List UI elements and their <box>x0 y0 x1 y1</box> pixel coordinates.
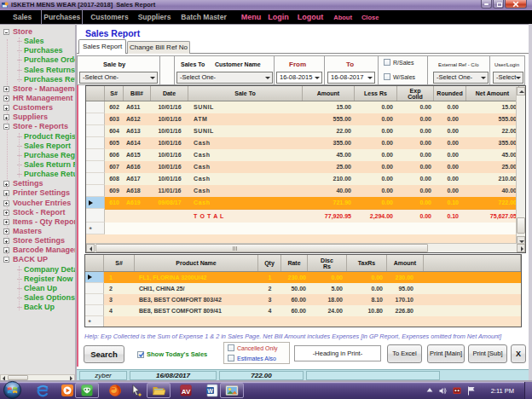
external-ref-select[interactable]: -Select One- <box>433 72 489 84</box>
sales-row[interactable]: 607 A616 10/01/16 Cash 25.00 0.00 0.00 0… <box>86 161 525 173</box>
show-desktop-button[interactable] <box>524 382 532 399</box>
detail-row[interactable]: 3 BE3, BEST COMFORT 803/42 3 60.00 18.00… <box>85 294 521 305</box>
row-header-cell[interactable] <box>86 197 105 209</box>
column-header[interactable]: Product Name <box>135 255 258 271</box>
column-header[interactable]: Net Amount <box>466 86 519 101</box>
customer-select[interactable]: -Select One- <box>176 72 273 84</box>
row-header-cell[interactable] <box>85 316 104 327</box>
tree-item[interactable]: Purchases Retur <box>0 75 75 84</box>
column-header[interactable] <box>85 255 104 271</box>
scroll-up-button[interactable] <box>517 87 525 95</box>
sales-row[interactable]: 602 A611 10/01/16 SUNIL 15.00 0.00 0.00 … <box>86 101 525 113</box>
tree-item[interactable]: Purchases <box>0 46 75 55</box>
row-header-cell[interactable] <box>85 272 104 283</box>
tree-expander-icon[interactable] <box>3 29 9 35</box>
firefox-icon[interactable] <box>108 384 122 397</box>
from-date-select[interactable]: 16-08-2015 <box>276 72 322 84</box>
row-header-cell[interactable] <box>86 125 105 137</box>
row-header-cell[interactable] <box>86 173 105 185</box>
row-header-cell[interactable] <box>86 101 105 113</box>
detail-row[interactable]: 1 FL1, FLORINA 3200U/42 1 230.00 0.00 0.… <box>85 272 521 283</box>
scrollbar-thumb[interactable] <box>517 217 525 234</box>
tree-expander-icon[interactable] <box>3 228 9 234</box>
tree-item[interactable]: Customers <box>0 103 75 113</box>
minimize-button[interactable] <box>481 0 492 9</box>
column-header[interactable] <box>86 86 105 101</box>
tree-item[interactable]: Barcode Managem <box>0 246 75 255</box>
tree-expander-icon[interactable] <box>3 114 9 120</box>
menu-item[interactable]: Sales <box>13 11 32 23</box>
pointer-tool-icon[interactable] <box>130 384 143 397</box>
column-header[interactable]: S# <box>105 86 124 101</box>
row-header-cell[interactable] <box>85 283 104 294</box>
taskbar-clock[interactable]: 2:11 PM <box>491 387 514 395</box>
sales-row[interactable]: 609 A618 11/01/16 Cash 40.00 0.00 0.00 0… <box>86 185 525 197</box>
to-excel-button[interactable]: To Excel <box>387 344 422 363</box>
tree-item[interactable]: Register Now <box>0 275 75 284</box>
antivirus-icon[interactable]: AV <box>179 384 193 397</box>
column-header[interactable]: Rounded <box>434 86 466 101</box>
scroll-right-button[interactable] <box>517 244 525 252</box>
show-today-checkbox[interactable]: Show Today's Sales <box>137 350 207 358</box>
tree-item[interactable]: Company Detai <box>0 265 75 275</box>
tree-expander-icon[interactable] <box>3 247 9 253</box>
r-sales-checkbox[interactable]: R/Sales <box>384 59 414 66</box>
search-button[interactable]: Search <box>84 345 124 363</box>
print-main-button[interactable]: Print [Main] <box>427 344 465 363</box>
heading-in-print-input[interactable] <box>294 345 381 361</box>
tree-item[interactable]: BACK UP <box>0 255 75 264</box>
menu-item[interactable]: Logout <box>298 11 324 23</box>
maximize-button[interactable] <box>493 0 504 9</box>
menu-item[interactable]: Customers <box>90 11 128 23</box>
action-center-flag-icon[interactable] <box>467 386 476 396</box>
tree-item[interactable]: HR Management <box>0 94 75 103</box>
column-header[interactable]: Less Rs <box>355 86 397 101</box>
scroll-left-button[interactable] <box>86 244 95 252</box>
tree-item[interactable]: Masters <box>0 227 75 236</box>
start-orb-icon[interactable] <box>3 380 22 399</box>
tree-expander-icon[interactable] <box>3 190 9 196</box>
column-header[interactable]: Sale To <box>188 86 303 101</box>
tree-item[interactable]: Purchase Registe <box>0 151 75 160</box>
column-header[interactable]: Bill# <box>124 86 151 101</box>
sidebar-horizontal-scrollbar[interactable] <box>0 374 75 380</box>
tree-expander-icon[interactable] <box>3 95 9 101</box>
tree-expander-icon[interactable] <box>3 124 9 130</box>
sales-row[interactable]: 606 A615 10/01/16 Cash 45.00 0.00 0.00 0… <box>86 149 525 161</box>
sales-row[interactable]: 603 A612 10/01/16 ATM 555.00 0.00 0.00 0… <box>86 113 525 125</box>
tree-item[interactable]: Store - Manageme <box>0 84 75 94</box>
tree-expander-icon[interactable] <box>3 105 9 111</box>
security-tray-icon[interactable] <box>453 386 461 395</box>
user-login-select[interactable]: -Select <box>493 72 523 84</box>
tree-item[interactable]: Printer Settings <box>0 188 75 198</box>
messenger-app-icon[interactable] <box>80 384 94 397</box>
row-header-cell[interactable] <box>86 209 105 223</box>
tree-expander-icon[interactable] <box>3 86 9 92</box>
menu-item[interactable]: Login <box>268 11 289 23</box>
tab-sales-report[interactable]: Sales Report <box>78 39 126 54</box>
menu-item[interactable]: Close <box>361 12 379 23</box>
row-header-cell[interactable] <box>86 149 105 161</box>
row-header-cell[interactable] <box>85 305 104 316</box>
column-header[interactable]: Disc Rs <box>308 255 347 271</box>
volume-icon[interactable] <box>439 387 447 395</box>
tree-expander-icon[interactable] <box>3 238 9 244</box>
tree-item[interactable]: Sales Report <box>0 142 75 151</box>
sales-grid-hscrollbar[interactable] <box>86 243 525 252</box>
estimates-also-checkbox[interactable]: Estimates Also <box>228 355 276 361</box>
to-date-select[interactable]: 16-08-2017 <box>327 72 375 84</box>
explorer-folder-icon[interactable] <box>152 384 165 397</box>
column-header[interactable]: Amount <box>387 255 424 271</box>
column-header[interactable]: Date <box>151 86 188 101</box>
print-sub-button[interactable]: Print [Sub] <box>468 344 507 363</box>
tree-item[interactable]: Sales Returns <box>0 66 75 75</box>
tree-item[interactable]: Voucher Entries <box>0 199 75 208</box>
word-app-icon[interactable]: W <box>205 384 219 397</box>
tree-item[interactable]: Store - Reports <box>0 122 75 131</box>
tree-item[interactable]: Sales Return Rep <box>0 160 75 170</box>
row-header-cell[interactable] <box>86 137 105 149</box>
detail-row[interactable]: 2 CHI1, CHINA 25/ 2 50.00 5.00 0.00 95.0… <box>85 283 521 294</box>
tree-expander-icon[interactable] <box>3 219 9 225</box>
row-header-cell[interactable] <box>85 294 104 305</box>
tree-item[interactable]: Back Up <box>0 303 75 312</box>
